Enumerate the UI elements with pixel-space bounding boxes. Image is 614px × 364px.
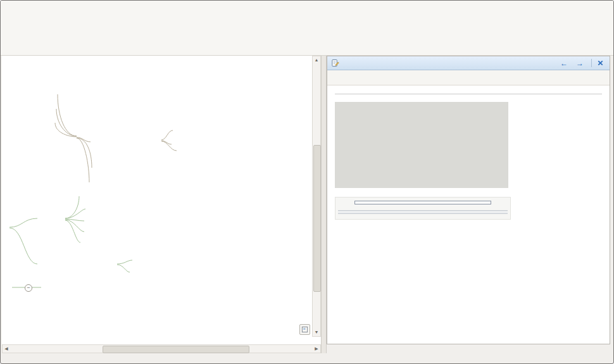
horizontal-scroll-thumb[interactable] xyxy=(103,346,249,353)
header-separator xyxy=(591,59,592,67)
note-image-diagram xyxy=(335,197,511,220)
diagram-band xyxy=(338,210,508,214)
map-canvas[interactable]: − ▲ ▼ xyxy=(2,56,321,344)
close-icon xyxy=(597,60,604,66)
diagram-title xyxy=(354,201,491,204)
scroll-right-icon[interactable]: ▶ xyxy=(313,345,320,353)
previous-note-button[interactable]: ← xyxy=(558,59,570,68)
notes-panel: ← → xyxy=(327,56,610,344)
note-title xyxy=(335,91,602,94)
notes-panel-header: ← → xyxy=(327,56,610,70)
note-editor[interactable] xyxy=(327,85,610,344)
ribbon xyxy=(1,1,613,56)
scroll-down-icon[interactable]: ▼ xyxy=(313,329,320,336)
map-connectors xyxy=(2,56,321,344)
note-image-bullets xyxy=(335,102,508,188)
scroll-left-icon[interactable]: ◀ xyxy=(3,345,10,353)
map-vertical-scrollbar[interactable]: ▲ ▼ xyxy=(312,56,321,337)
app-window: − ▲ ▼ ◀ ▶ ← → xyxy=(0,0,614,364)
panel-splitter[interactable] xyxy=(321,56,327,353)
notes-panel-icon xyxy=(331,59,339,67)
close-notes-button[interactable] xyxy=(597,60,606,66)
map-overview-button[interactable] xyxy=(299,324,310,335)
map-horizontal-scrollbar[interactable]: ◀ ▶ xyxy=(2,344,321,353)
scroll-up-icon[interactable]: ▲ xyxy=(313,56,320,64)
vertical-scroll-thumb[interactable] xyxy=(313,145,321,292)
next-note-button[interactable]: → xyxy=(573,59,586,68)
collapse-toggle[interactable]: − xyxy=(25,284,32,292)
notes-format-toolbar xyxy=(327,70,610,85)
